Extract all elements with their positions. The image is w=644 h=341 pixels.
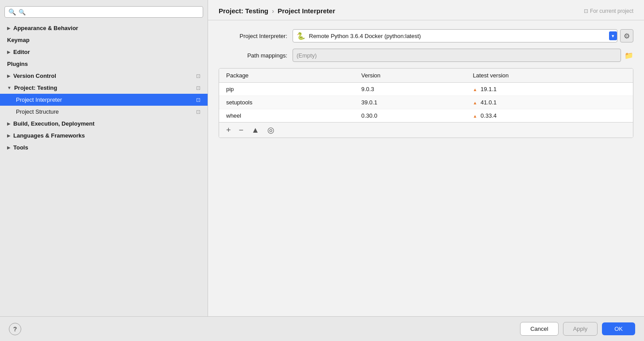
footer-right: Cancel Apply OK — [520, 322, 635, 336]
sidebar-item-label: Build, Execution, Deployment — [13, 120, 94, 127]
remove-package-button[interactable]: − — [237, 125, 246, 135]
sidebar-item-version-control[interactable]: ▶ Version Control ⊡ — [0, 70, 208, 82]
breadcrumb-separator: › — [272, 7, 274, 15]
breadcrumb-part2: Project Interpreter — [278, 7, 335, 15]
interpreter-dropdown-button[interactable]: ▾ — [609, 31, 617, 40]
path-mappings-input[interactable]: (Empty) — [293, 49, 621, 62]
col-package: Package — [219, 69, 354, 83]
show-paths-button[interactable]: ◎ — [266, 125, 276, 135]
arrow-icon: ▶ — [7, 73, 11, 78]
package-latest: ▲ 0.33.4 — [466, 109, 633, 123]
sidebar: 🔍 ▶ Appearance & Behavior Keymap ▶ Edito… — [0, 0, 208, 316]
for-current-project: ⊡ For current project — [584, 8, 633, 14]
sidebar-item-appearance[interactable]: ▶ Appearance & Behavior — [0, 22, 208, 34]
interpreter-value: Remote Python 3.6.4 Docker (python:lates… — [309, 33, 605, 39]
sidebar-item-label: Tools — [13, 144, 28, 151]
upgrade-arrow-icon: ▲ — [473, 87, 477, 92]
sidebar-item-label: Keymap — [7, 37, 30, 43]
arrow-icon: ▶ — [7, 26, 11, 31]
package-version: 9.0.3 — [354, 83, 466, 96]
content-header: Project: Testing › Project Interpreter ⊡… — [208, 0, 644, 20]
table-toolbar: + − ▲ ◎ — [219, 122, 633, 138]
path-mappings-wrapper: (Empty) 📁 — [293, 49, 633, 62]
interpreter-settings-button[interactable]: ⚙ — [620, 29, 633, 42]
sidebar-item-editor[interactable]: ▶ Editor — [0, 46, 208, 58]
breadcrumb: Project: Testing › Project Interpreter — [219, 7, 335, 15]
sidebar-item-label: Project Structure — [16, 108, 59, 115]
path-mappings-value: (Empty) — [297, 52, 317, 59]
upgrade-arrow-icon: ▲ — [473, 100, 477, 105]
search-input[interactable] — [19, 9, 199, 15]
package-table-container: Package Version Latest version pip 9.0.3… — [219, 68, 633, 138]
sidebar-item-label: Languages & Frameworks — [13, 132, 85, 139]
dialog-footer: ? Cancel Apply OK — [0, 316, 644, 341]
col-latest: Latest version — [466, 69, 633, 83]
package-name: wheel — [219, 109, 354, 123]
package-name: pip — [219, 83, 354, 96]
interpreter-select[interactable]: 🐍 Remote Python 3.6.4 Docker (python:lat… — [293, 29, 617, 42]
sidebar-item-label: Project Interpreter — [16, 96, 62, 103]
search-icon: 🔍 — [8, 8, 16, 15]
sidebar-item-languages[interactable]: ▶ Languages & Frameworks — [0, 130, 208, 142]
interpreter-label: Project Interpreter: — [219, 33, 287, 39]
copy-icon: ⊡ — [196, 97, 201, 103]
sidebar-item-label: Appearance & Behavior — [13, 25, 78, 31]
copy-icon: ⊡ — [196, 73, 201, 79]
content-panel: Project: Testing › Project Interpreter ⊡… — [208, 0, 644, 316]
cancel-button[interactable]: Cancel — [520, 322, 558, 336]
sidebar-item-keymap[interactable]: Keymap — [0, 34, 208, 46]
path-mappings-label: Path mappings: — [219, 52, 287, 59]
arrow-icon: ▼ — [7, 85, 12, 90]
table-row: pip 9.0.3 ▲ 19.1.1 — [219, 83, 633, 96]
copy-icon: ⊡ — [196, 85, 201, 91]
package-latest: ▲ 41.0.1 — [466, 96, 633, 109]
arrow-icon: ▶ — [7, 121, 11, 126]
ok-button[interactable]: OK — [602, 322, 635, 335]
sidebar-item-project-interpreter[interactable]: Project Interpreter ⊡ — [0, 94, 208, 106]
interpreter-row: Project Interpreter: 🐍 Remote Python 3.6… — [219, 29, 633, 42]
settings-dialog: 🔍 ▶ Appearance & Behavior Keymap ▶ Edito… — [0, 0, 644, 341]
table-row: setuptools 39.0.1 ▲ 41.0.1 — [219, 96, 633, 109]
arrow-icon: ▶ — [7, 50, 11, 54]
copy-icon: ⊡ — [196, 109, 201, 115]
sidebar-item-project-structure[interactable]: Project Structure ⊡ — [0, 106, 208, 118]
apply-button[interactable]: Apply — [563, 322, 598, 336]
package-version: 0.30.0 — [354, 109, 466, 123]
upgrade-package-button[interactable]: ▲ — [250, 125, 261, 135]
path-mappings-row: Path mappings: (Empty) 📁 — [219, 49, 633, 62]
content-body: Project Interpreter: 🐍 Remote Python 3.6… — [208, 20, 644, 316]
sidebar-item-tools[interactable]: ▶ Tools — [0, 142, 208, 153]
col-version: Version — [354, 69, 466, 83]
sidebar-item-build-execution[interactable]: ▶ Build, Execution, Deployment — [0, 118, 208, 130]
footer-left: ? — [9, 323, 21, 335]
package-latest: ▲ 19.1.1 — [466, 83, 633, 96]
copy-small-icon: ⊡ — [584, 8, 588, 14]
python-icon: 🐍 — [297, 32, 305, 40]
arrow-icon: ▶ — [7, 133, 11, 138]
interpreter-select-wrapper: 🐍 Remote Python 3.6.4 Docker (python:lat… — [293, 29, 633, 42]
table-row: wheel 0.30.0 ▲ 0.33.4 — [219, 109, 633, 123]
dialog-body: 🔍 ▶ Appearance & Behavior Keymap ▶ Edito… — [0, 0, 644, 316]
search-box[interactable]: 🔍 — [4, 6, 203, 18]
folder-icon[interactable]: 📁 — [625, 51, 633, 60]
breadcrumb-part1: Project: Testing — [219, 7, 268, 15]
sidebar-item-label: Project: Testing — [14, 84, 57, 91]
package-version: 39.0.1 — [354, 96, 466, 109]
sidebar-item-label: Plugins — [7, 61, 28, 67]
sidebar-item-plugins[interactable]: Plugins — [0, 58, 208, 70]
package-table: Package Version Latest version pip 9.0.3… — [219, 69, 633, 122]
arrow-icon: ▶ — [7, 145, 11, 150]
help-button[interactable]: ? — [9, 323, 21, 335]
sidebar-item-project-testing[interactable]: ▼ Project: Testing ⊡ — [0, 82, 208, 94]
upgrade-arrow-icon: ▲ — [473, 114, 477, 119]
add-package-button[interactable]: + — [224, 125, 233, 135]
sidebar-item-label: Version Control — [13, 73, 56, 79]
package-name: setuptools — [219, 96, 354, 109]
sidebar-item-label: Editor — [13, 49, 30, 55]
